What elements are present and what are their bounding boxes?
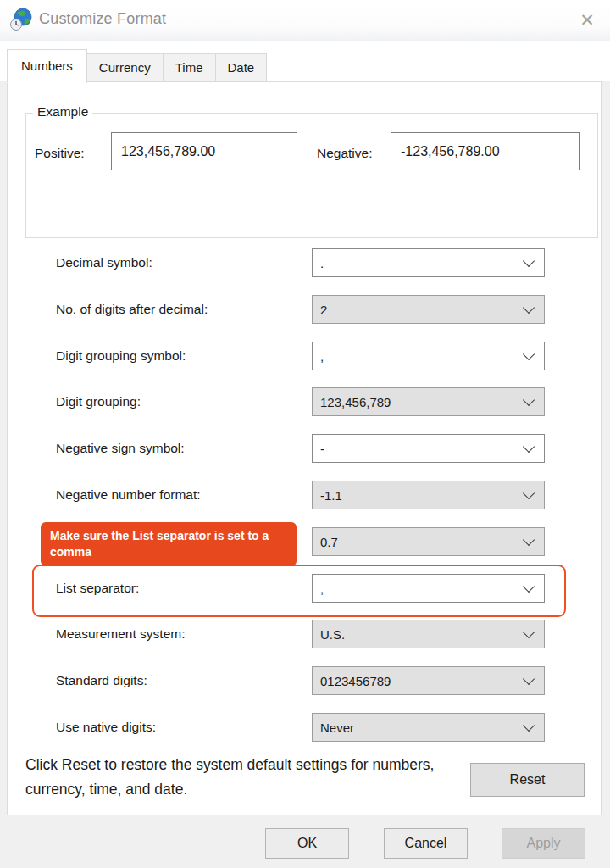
field-label: Standard digits: <box>56 673 147 688</box>
dropdown-no-of-digits-after-decimal[interactable]: 2 <box>312 295 545 324</box>
positive-example-field[interactable]: 123,456,789.00 <box>111 132 297 170</box>
field-label: Digit grouping symbol: <box>56 348 186 364</box>
chevron-down-icon <box>523 348 535 360</box>
dropdown-negative-number-format[interactable]: -1.1 <box>312 481 545 509</box>
apply-button[interactable]: Apply <box>502 828 585 859</box>
chevron-down-icon <box>523 673 535 685</box>
chevron-down-icon <box>523 255 535 267</box>
field-row-negative-sign-symbol: Negative sign symbol: - <box>0 434 610 463</box>
close-icon: ✕ <box>580 10 595 30</box>
dropdown-decimal-symbol[interactable]: . <box>312 248 545 277</box>
field-row-measurement-system: Measurement system: U.S. <box>0 620 610 648</box>
dropdown-value: U.S. <box>320 627 345 642</box>
dropdown-value: 2 <box>320 303 327 317</box>
tab-numbers[interactable]: Numbers <box>7 49 87 83</box>
annotation-callout: Make sure the List separator is set to a… <box>41 522 297 566</box>
field-row-negative-number-format: Negative number format: -1.1 <box>0 481 610 509</box>
dropdown-value: Never <box>320 721 354 735</box>
negative-example-value: -123,456,789.00 <box>401 144 500 159</box>
field-row-decimal-symbol: Decimal symbol: . <box>0 248 610 277</box>
dropdown-value: 0.7 <box>320 535 338 549</box>
dropdown-value: -1.1 <box>320 488 342 503</box>
close-button[interactable]: ✕ <box>573 7 602 34</box>
negative-label: Negative: <box>317 146 372 161</box>
reset-description: Click Reset to restore the system defaul… <box>25 753 466 802</box>
field-label: No. of digits after decimal: <box>56 302 208 317</box>
titlebar: Customize Format ✕ <box>0 0 610 41</box>
customize-format-dialog: Customize Format ✕ NumbersCurrencyTimeDa… <box>0 0 610 868</box>
field-row-use-native-digits: Use native digits: Never <box>0 713 610 742</box>
field-row-standard-digits: Standard digits: 0123456789 <box>0 666 610 695</box>
positive-label: Positive: <box>35 146 85 161</box>
ok-button[interactable]: OK <box>265 828 349 859</box>
example-legend: Example <box>33 104 92 120</box>
dropdown-field-6[interactable]: 0.7 <box>312 527 545 556</box>
cancel-button[interactable]: Cancel <box>384 828 468 859</box>
dropdown-negative-sign-symbol[interactable]: - <box>312 434 545 463</box>
dropdown-standard-digits[interactable]: 0123456789 <box>312 666 545 695</box>
dropdown-value: , <box>320 349 324 364</box>
chevron-down-icon <box>523 534 535 546</box>
field-label: Digit grouping: <box>56 394 141 409</box>
annotation-highlight-box <box>32 565 566 617</box>
chevron-down-icon <box>523 302 535 314</box>
chevron-down-icon <box>523 720 535 732</box>
field-label: Negative sign symbol: <box>56 441 185 456</box>
dropdown-value: 123,456,789 <box>320 395 391 409</box>
chevron-down-icon <box>523 487 535 499</box>
tab-currency[interactable]: Currency <box>87 53 164 82</box>
tab-time[interactable]: Time <box>164 53 216 82</box>
field-row-no-of-digits-after-decimal: No. of digits after decimal: 2 <box>0 295 610 324</box>
dropdown-use-native-digits[interactable]: Never <box>312 713 545 742</box>
example-groupbox: Example Positive: 123,456,789.00 Negativ… <box>25 113 598 238</box>
region-globe-clock-icon <box>9 8 33 31</box>
negative-example-field[interactable]: -123,456,789.00 <box>391 132 580 170</box>
chevron-down-icon <box>523 441 535 453</box>
chevron-down-icon <box>523 394 535 406</box>
field-label: Decimal symbol: <box>56 255 152 270</box>
positive-example-value: 123,456,789.00 <box>121 144 215 159</box>
dropdown-measurement-system[interactable]: U.S. <box>312 620 545 648</box>
tab-strip: NumbersCurrencyTimeDate <box>7 49 267 82</box>
field-row-digit-grouping-symbol: Digit grouping symbol: , <box>0 342 610 370</box>
tab-date[interactable]: Date <box>216 53 268 82</box>
dropdown-value: . <box>320 256 324 270</box>
reset-button[interactable]: Reset <box>470 763 585 797</box>
dropdown-value: - <box>320 442 324 456</box>
chevron-down-icon <box>523 626 535 638</box>
dropdown-value: 0123456789 <box>320 674 391 688</box>
field-label: Negative number format: <box>56 487 201 503</box>
field-label: Use native digits: <box>56 720 156 735</box>
field-label: Measurement system: <box>56 626 185 642</box>
dropdown-digit-grouping-symbol[interactable]: , <box>312 342 545 370</box>
dropdown-digit-grouping[interactable]: 123,456,789 <box>312 387 545 416</box>
window-title: Customize Format <box>39 10 166 28</box>
field-row-digit-grouping: Digit grouping: 123,456,789 <box>0 387 610 416</box>
